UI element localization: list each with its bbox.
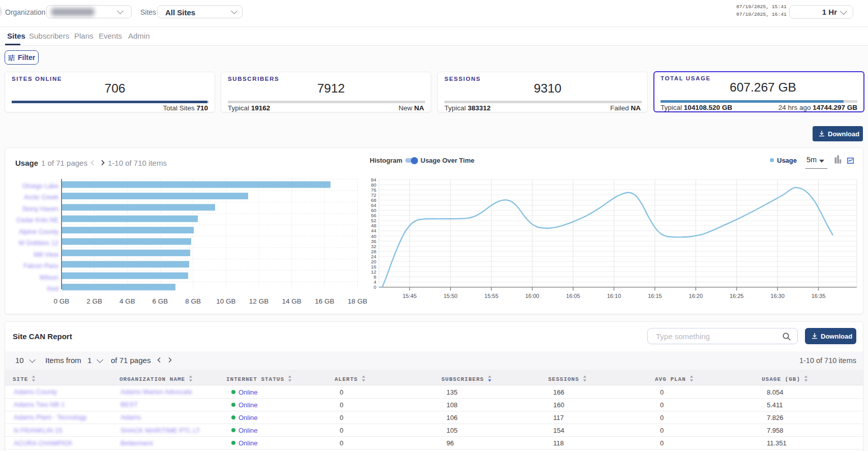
svg-text:36: 36 (371, 238, 376, 244)
svg-text:60: 60 (371, 207, 376, 213)
svg-text:0: 0 (374, 284, 376, 290)
svg-text:80: 80 (371, 182, 376, 188)
svg-text:16:20: 16:20 (689, 293, 703, 299)
svg-text:8 GB: 8 GB (185, 297, 201, 305)
svg-text:8: 8 (374, 274, 376, 280)
svg-text:56: 56 (371, 213, 376, 218)
svg-text:16:05: 16:05 (566, 293, 580, 299)
svg-text:16:15: 16:15 (648, 293, 662, 299)
svg-text:15:50: 15:50 (443, 293, 458, 299)
svg-text:10 GB: 10 GB (216, 297, 235, 305)
svg-text:4 GB: 4 GB (119, 297, 135, 305)
svg-text:32: 32 (371, 244, 376, 249)
svg-text:28: 28 (371, 249, 376, 254)
svg-text:84: 84 (371, 177, 376, 183)
svg-text:15:55: 15:55 (485, 293, 499, 299)
svg-text:6 GB: 6 GB (153, 297, 168, 305)
svg-text:16: 16 (371, 264, 376, 269)
svg-text:12 GB: 12 GB (249, 297, 268, 305)
svg-text:16 GB: 16 GB (315, 297, 334, 305)
svg-text:68: 68 (371, 197, 376, 203)
svg-text:16:35: 16:35 (812, 293, 826, 299)
svg-text:72: 72 (371, 192, 376, 198)
svg-text:20: 20 (371, 259, 376, 264)
svg-text:14 GB: 14 GB (282, 297, 302, 305)
svg-text:52: 52 (371, 218, 376, 223)
svg-text:16:10: 16:10 (607, 293, 621, 299)
svg-text:24: 24 (371, 254, 376, 259)
svg-text:76: 76 (371, 187, 376, 193)
svg-text:2 GB: 2 GB (86, 297, 102, 305)
svg-text:44: 44 (371, 228, 376, 233)
svg-text:16:00: 16:00 (525, 293, 540, 299)
svg-text:40: 40 (371, 233, 376, 239)
svg-text:15:45: 15:45 (403, 293, 417, 299)
svg-text:64: 64 (371, 202, 376, 208)
svg-text:48: 48 (371, 223, 376, 228)
svg-text:0 GB: 0 GB (54, 297, 70, 305)
svg-text:4: 4 (374, 279, 376, 285)
svg-text:16:30: 16:30 (770, 293, 785, 299)
svg-text:16:25: 16:25 (730, 293, 744, 299)
svg-text:12: 12 (371, 269, 376, 275)
